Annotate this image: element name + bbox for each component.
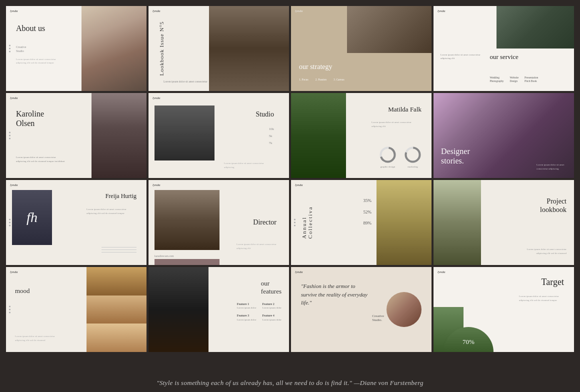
chart-1: graphic design xyxy=(379,146,396,168)
chart-2-label: marketing xyxy=(408,166,418,168)
feature-list: Feature 1 Lorem ipsum dolor Feature 2 Lo… xyxy=(237,302,282,322)
mood-body: Lorem ipsum dolor sit amet consectetur a… xyxy=(15,334,55,342)
slide-16-logo: lynda xyxy=(438,270,446,274)
stat-3: 7k xyxy=(269,140,274,146)
slide-4-body: Lorem ipsum dolor sit amet consectetur a… xyxy=(440,53,480,60)
strategy-item-2: 2. Passion xyxy=(316,78,326,81)
freija-lines xyxy=(102,247,136,252)
slide-13-dots xyxy=(9,306,10,314)
slide-3-logo: lynda xyxy=(295,9,303,13)
mood-photos xyxy=(86,267,146,352)
target-percent: 70% xyxy=(462,338,474,346)
slide-10-photo xyxy=(154,190,220,250)
matilda-charts: graphic design marketing xyxy=(379,146,422,168)
matilda-name: Matilda Falk xyxy=(388,106,422,114)
slide-4-photo xyxy=(496,6,574,48)
karoline-name: KarolineOlsen xyxy=(16,109,44,128)
slide-14-photo xyxy=(148,267,208,352)
slide-mood[interactable]: lynda mood Lorem ipsum dolor sit amet co… xyxy=(6,267,146,352)
about-us-title: About us xyxy=(16,24,56,33)
slide-8-overlay: Designerstories. xyxy=(441,146,470,166)
slide-15-logo: lynda xyxy=(295,270,303,274)
strategy-title: our strategy xyxy=(299,63,332,71)
service-items: WeddingPhotography WebsiteDesign Present… xyxy=(490,76,538,84)
annual-vertical-text: AnnualCollectiva xyxy=(301,206,313,238)
slide-strategy[interactable]: lynda our strategy 1. Focus 2. Passion 3… xyxy=(291,6,432,91)
slide-about-us[interactable]: lynda About us CreativeStudio Lorem ipsu… xyxy=(6,6,146,91)
slide-5-photo xyxy=(92,93,146,178)
slide-1-photo xyxy=(82,6,146,91)
slide-13-logo: lynda xyxy=(10,270,18,274)
slide-annual-collectiva[interactable]: lynda AnnualCollectiva 35% 52% 89% xyxy=(291,180,432,265)
feature-2: Feature 2 Lorem ipsum dolor xyxy=(262,302,282,310)
service-item-3: PresentationPitch Book xyxy=(524,76,538,84)
service-item-1: WeddingPhotography xyxy=(490,76,504,84)
annual-stat-3: 89% xyxy=(364,218,372,229)
slide-2-photo xyxy=(209,6,289,91)
mood-title: mood xyxy=(15,287,30,295)
slide-fashion-quote[interactable]: lynda "Fashion is the armor to survive t… xyxy=(291,267,432,352)
slide-lookbook[interactable]: lynda Lookbook Issue N°5 Lorem ipsum dol… xyxy=(148,6,289,91)
strategy-items: 1. Focus 2. Passion 3. Canvas xyxy=(299,78,344,81)
footer-quote: "Style is something each of us already h… xyxy=(146,374,434,392)
annual-stats: 35% 52% 89% xyxy=(364,195,372,229)
slide-designer-stories[interactable]: lynda Designerstories. Lorem ipsum dolor… xyxy=(434,93,574,178)
slide-features[interactable]: lynda ourfeatures Feature 1 Lorem ipsum … xyxy=(148,267,289,352)
designer-stories-title: Designerstories. xyxy=(441,146,470,166)
chart-1-label: graphic design xyxy=(380,166,395,168)
strategy-item-3: 3. Canvas xyxy=(334,78,344,81)
slide-5-logo: lynda xyxy=(10,96,18,100)
service-title: our service xyxy=(490,53,518,61)
feature-3: Feature 3 Lorem ipsum dolor xyxy=(237,314,256,321)
slide-director[interactable]: lynda Director Lorem ipsum dolor sit ame… xyxy=(148,180,289,265)
lookbook-small-text: Lorem ipsum dolor sit amet consectetur xyxy=(164,80,208,84)
slide-12-photo xyxy=(434,180,481,265)
slide-service[interactable]: lynda Lorem ipsum dolor sit amet consect… xyxy=(434,6,574,91)
slide-freija[interactable]: lynda fh Freija Hurtig Lorem ipsum dolor… xyxy=(6,180,146,265)
slide-2-logo: lynda xyxy=(152,9,160,13)
slide-5-dots xyxy=(9,132,10,140)
slide-7-photo xyxy=(291,93,346,178)
feature-1: Feature 1 Lorem ipsum dolor xyxy=(237,302,256,310)
slide-4-logo: lynda xyxy=(438,9,446,13)
freija-body: Lorem ipsum dolor sit amet consectetur a… xyxy=(86,208,136,215)
studio-title: Studio xyxy=(256,110,274,118)
slide-karoline[interactable]: lynda KarolineOlsen Lorem ipsum dolor si… xyxy=(6,93,146,178)
service-item-2: WebsiteDesign xyxy=(510,76,519,84)
slide-11-photo xyxy=(376,180,432,265)
feature-4: Feature 4 Lorem ipsum dolor xyxy=(262,314,282,321)
project-lookbook-body: Lorem ipsum dolor sit amet consectetur a… xyxy=(522,248,566,255)
director-body: Lorem ipsum dolor sit amet consectetur a… xyxy=(236,242,276,250)
matilda-body: Lorem ipsum dolor sit amet consectetur a… xyxy=(372,120,422,128)
annual-stat-2: 52% xyxy=(364,206,372,218)
mood-photo-3 xyxy=(86,324,146,352)
slide-project-lookbook[interactable]: lynda Projectlookbook Lorem ipsum dolor … xyxy=(434,180,574,265)
karoline-body: Lorem ipsum dolor sit amet consectetur a… xyxy=(16,156,66,163)
mood-photo-1 xyxy=(86,267,146,296)
freija-monogram: fh xyxy=(26,210,38,226)
slide-6-logo: lynda xyxy=(152,96,160,100)
slide-1-content: About us CreativeStudio Lorem ipsum dolo… xyxy=(6,6,62,69)
about-us-body: Lorem ipsum dolor sit amet consectetur a… xyxy=(16,58,56,65)
designer-body: Lorem ipsum dolor sit amet consectetur a… xyxy=(536,163,566,170)
slide-15-circle-photo xyxy=(386,292,422,327)
slides-grid: lynda About us CreativeStudio Lorem ipsu… xyxy=(0,0,580,374)
slide-9-logo: lynda xyxy=(10,183,18,187)
slide-studio[interactable]: lynda Studio 10k 5k 7k Lorem ipsum dolor… xyxy=(148,93,289,178)
mood-photo-2 xyxy=(86,296,146,324)
fashion-quote: "Fashion is the armor to survive the rea… xyxy=(301,282,371,307)
slide-target[interactable]: lynda Target Lorem ipsum dolor sit amet … xyxy=(434,267,574,352)
slide-11-dots xyxy=(294,219,296,226)
freija-name: Freija Hurtig xyxy=(106,192,136,200)
slide-matilda[interactable]: lynda Matilda Falk Lorem ipsum dolor sit… xyxy=(291,93,432,178)
stat-2: 5k xyxy=(269,132,274,140)
target-body: Lorem ipsum dolor sit amet consectetur a… xyxy=(519,294,564,302)
features-title: ourfeatures xyxy=(261,280,282,295)
slide-9-dots xyxy=(9,219,10,226)
slide-6-photo xyxy=(154,106,214,160)
target-title: Target xyxy=(542,277,564,288)
slide-11-logo: lynda xyxy=(295,183,303,187)
slide-9-photo: fh xyxy=(12,190,52,245)
strategy-item-1: 1. Focus xyxy=(299,78,308,81)
director-url: karadirecsen.com xyxy=(154,254,174,258)
